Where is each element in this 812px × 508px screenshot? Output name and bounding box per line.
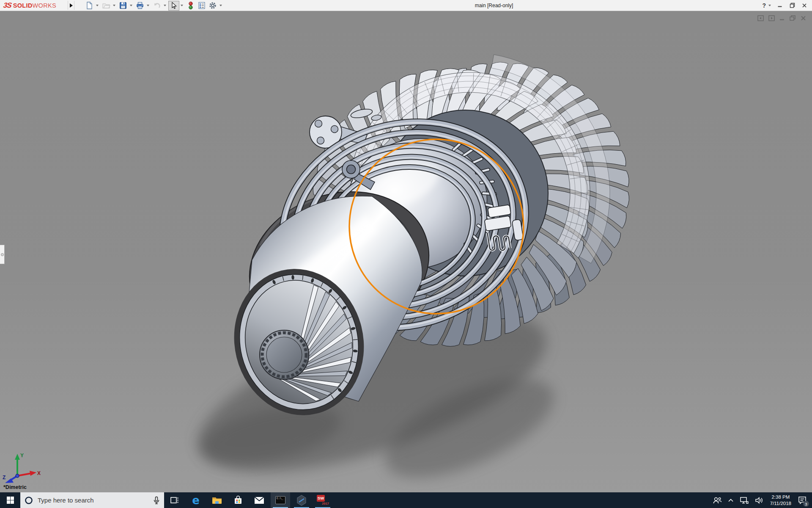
print-icon bbox=[136, 1, 144, 10]
standard-toolbar bbox=[84, 0, 224, 11]
open-button[interactable] bbox=[101, 1, 112, 11]
options-dropdown[interactable] bbox=[218, 1, 223, 11]
edge-icon: e bbox=[192, 495, 200, 506]
network-icon bbox=[740, 497, 749, 504]
network-button[interactable] bbox=[737, 492, 752, 508]
options-button[interactable] bbox=[207, 1, 218, 11]
people-button[interactable] bbox=[710, 492, 725, 508]
cortana-icon bbox=[25, 496, 33, 505]
pane-left-icon[interactable] bbox=[757, 15, 764, 21]
model-canvas[interactable]: Y X Z *Dimetric bbox=[0, 11, 812, 492]
taskbar-app-command-prompt[interactable]: C:\_ bbox=[271, 492, 290, 508]
undo-dropdown[interactable] bbox=[162, 1, 167, 11]
view-orientation-label: *Dimetric bbox=[3, 484, 27, 490]
taskbar-app-file-explorer[interactable] bbox=[207, 492, 227, 508]
search-input[interactable] bbox=[37, 496, 153, 504]
options-gear-icon bbox=[208, 1, 217, 10]
new-document-icon bbox=[85, 1, 93, 10]
select-dropdown[interactable] bbox=[179, 1, 184, 11]
doc-restore-icon[interactable] bbox=[790, 15, 796, 21]
restore-icon bbox=[790, 3, 795, 8]
taskbar-app-mail[interactable] bbox=[250, 492, 269, 508]
taskbar-app-hexagon[interactable] bbox=[292, 492, 311, 508]
undo-arrow-icon bbox=[153, 1, 161, 10]
people-icon bbox=[713, 496, 722, 505]
doc-minimize-icon[interactable] bbox=[779, 15, 785, 21]
action-center-button[interactable]: 3 bbox=[795, 492, 809, 508]
save-dropdown[interactable] bbox=[129, 1, 133, 11]
minimize-icon bbox=[777, 3, 782, 8]
rebuild-traffic-light-icon bbox=[187, 1, 195, 10]
orientation-triad: Y X Z bbox=[2, 451, 42, 483]
help-button[interactable]: ? bbox=[762, 2, 766, 9]
clock-time: 2:38 PM bbox=[771, 494, 790, 500]
jet-engine-model bbox=[0, 11, 812, 492]
undo-button[interactable] bbox=[151, 1, 162, 11]
chevron-up-icon bbox=[728, 498, 734, 502]
open-folder-icon bbox=[102, 1, 110, 10]
triad-y-label: Y bbox=[20, 453, 24, 458]
doc-close-icon[interactable] bbox=[801, 15, 806, 21]
hexagon-app-icon bbox=[296, 495, 307, 506]
new-document-button[interactable] bbox=[84, 1, 95, 11]
close-button[interactable] bbox=[801, 2, 808, 9]
taskbar-clock[interactable]: 2:38 PM 7/11/2018 bbox=[766, 492, 795, 508]
dassault-mark: 3S bbox=[3, 1, 12, 10]
solidworks-2017-icon: SW 2017 bbox=[317, 495, 329, 506]
restore-button[interactable] bbox=[789, 2, 796, 9]
taskbar-app-store[interactable] bbox=[228, 492, 248, 508]
task-view-button[interactable] bbox=[165, 492, 184, 508]
print-dropdown[interactable] bbox=[145, 1, 150, 11]
microphone-icon[interactable] bbox=[153, 496, 160, 505]
viewport-window-controls bbox=[757, 15, 806, 21]
brand-solid: SOLID bbox=[13, 2, 33, 9]
clock-date: 7/11/2018 bbox=[770, 500, 791, 507]
save-button[interactable] bbox=[118, 1, 129, 11]
window-controls: ? bbox=[762, 0, 808, 11]
select-cursor-icon bbox=[170, 2, 178, 9]
command-prompt-icon: C:\_ bbox=[275, 496, 285, 504]
file-properties-icon bbox=[198, 1, 206, 10]
taskbar-search[interactable] bbox=[20, 492, 164, 508]
select-button[interactable] bbox=[168, 1, 179, 11]
pane-right-icon[interactable] bbox=[768, 15, 775, 21]
taskbar-app-edge[interactable]: e bbox=[186, 492, 206, 508]
title-bar: 3S SOLIDWORKS bbox=[0, 0, 812, 11]
system-tray: 2:38 PM 7/11/2018 3 bbox=[710, 492, 812, 508]
solidworks-logo: 3S SOLIDWORKS bbox=[3, 0, 56, 11]
windows-logo-icon bbox=[7, 497, 14, 504]
triad-z-label: Z bbox=[3, 475, 5, 480]
new-dropdown[interactable] bbox=[95, 1, 99, 11]
open-dropdown[interactable] bbox=[112, 1, 116, 11]
mail-icon bbox=[254, 497, 264, 504]
collapsed-panel-tab[interactable] bbox=[0, 245, 5, 264]
document-title: main [Read-only] bbox=[475, 0, 513, 11]
minimize-button[interactable] bbox=[776, 2, 783, 9]
task-view-icon bbox=[170, 496, 179, 505]
volume-button[interactable] bbox=[752, 492, 766, 508]
store-icon bbox=[233, 496, 243, 505]
brand-works: WORKS bbox=[33, 2, 56, 9]
close-icon bbox=[802, 3, 807, 8]
flyout-arrow-icon bbox=[70, 3, 73, 8]
tray-overflow-button[interactable] bbox=[725, 492, 737, 508]
windows-taskbar: e C:\_ SW 2017 bbox=[0, 492, 812, 508]
toolbar-flyout-button[interactable] bbox=[68, 1, 74, 10]
triad-x-label: X bbox=[37, 470, 41, 476]
taskbar-app-solidworks[interactable]: SW 2017 bbox=[313, 492, 332, 508]
volume-icon bbox=[755, 497, 763, 504]
file-explorer-icon bbox=[212, 496, 222, 505]
rebuild-button[interactable] bbox=[185, 1, 196, 11]
panel-pin-icon bbox=[1, 253, 4, 256]
print-button[interactable] bbox=[134, 1, 145, 11]
file-properties-button[interactable] bbox=[196, 1, 207, 11]
notification-badge: 3 bbox=[803, 501, 809, 507]
save-floppy-icon bbox=[119, 1, 127, 10]
help-dropdown[interactable] bbox=[768, 5, 771, 6]
start-button[interactable] bbox=[0, 492, 20, 508]
